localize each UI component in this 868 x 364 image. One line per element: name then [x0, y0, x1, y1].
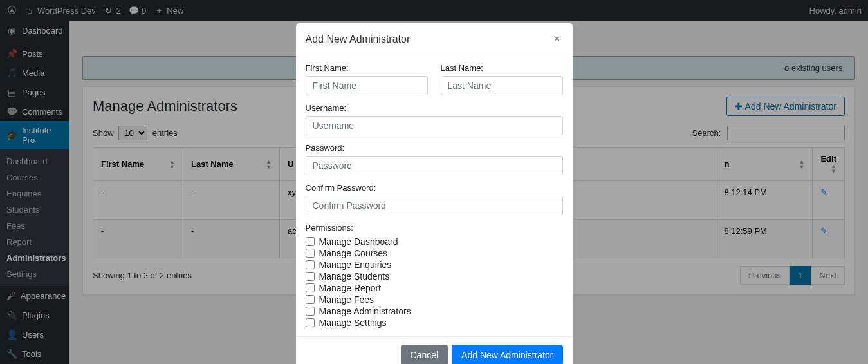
modal-overlay[interactable]: Add New Administrator × First Name: Last… — [0, 0, 868, 364]
perm-fees-checkbox[interactable] — [306, 295, 315, 304]
username-input[interactable] — [306, 116, 563, 135]
first-name-input[interactable] — [306, 76, 428, 95]
permissions-label: Permissions: — [306, 223, 563, 233]
perm-dashboard-checkbox[interactable] — [306, 237, 315, 246]
perm-settings-checkbox[interactable] — [306, 318, 315, 327]
username-label: Username: — [306, 103, 563, 113]
cancel-button[interactable]: Cancel — [401, 345, 448, 364]
confirm-password-input[interactable] — [306, 196, 563, 215]
last-name-label: Last Name: — [441, 63, 563, 73]
perm-students-checkbox[interactable] — [306, 272, 315, 281]
perm-enquiries-checkbox[interactable] — [306, 260, 315, 269]
password-label: Password: — [306, 143, 563, 153]
modal-title: Add New Administrator — [306, 34, 411, 45]
last-name-input[interactable] — [441, 76, 563, 95]
perm-administrators-checkbox[interactable] — [306, 307, 315, 316]
password-input[interactable] — [306, 156, 563, 175]
submit-add-admin-button[interactable]: Add New Administrator — [452, 345, 562, 364]
confirm-password-label: Confirm Password: — [306, 183, 563, 193]
close-button[interactable]: × — [551, 32, 563, 46]
close-icon: × — [553, 32, 560, 45]
first-name-label: First Name: — [306, 63, 428, 73]
perm-courses-checkbox[interactable] — [306, 249, 315, 258]
perm-report-checkbox[interactable] — [306, 283, 315, 292]
add-admin-modal: Add New Administrator × First Name: Last… — [296, 23, 573, 364]
